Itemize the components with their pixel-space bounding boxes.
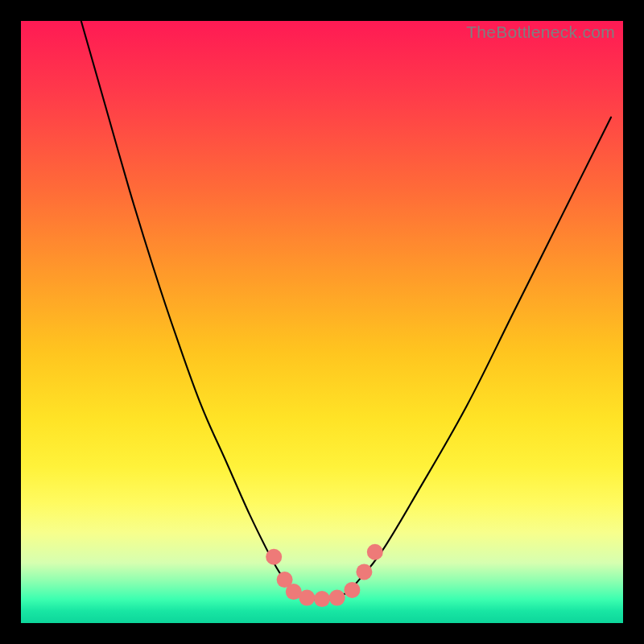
dot-left-1 — [266, 549, 282, 565]
dot-mid-2 — [314, 591, 330, 607]
plot-area — [21, 21, 623, 623]
dot-right-2 — [356, 564, 372, 580]
dot-right-1 — [344, 582, 360, 598]
dot-mid-3 — [329, 590, 345, 606]
chart-frame: TheBottleneck.com — [0, 0, 644, 644]
dot-right-3 — [367, 544, 383, 560]
dot-mid-1 — [299, 590, 315, 606]
chart-svg — [21, 21, 623, 623]
marker-group — [266, 544, 383, 607]
bottleneck-curve — [81, 21, 611, 600]
